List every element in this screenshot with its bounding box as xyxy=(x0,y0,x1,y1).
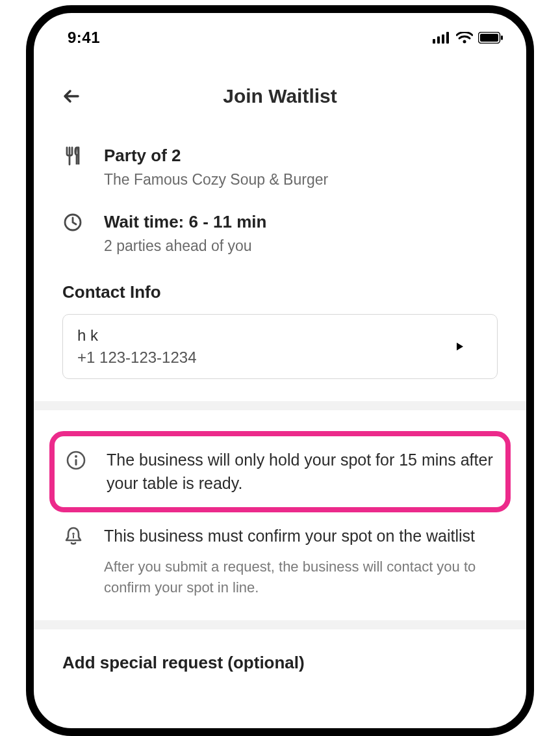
svg-point-4 xyxy=(463,40,466,44)
svg-rect-7 xyxy=(501,36,503,40)
svg-point-10 xyxy=(75,455,77,458)
parties-ahead-label: 2 parties ahead of you xyxy=(104,237,266,255)
highlighted-notice: The business will only hold your spot fo… xyxy=(49,431,511,512)
status-bar: 9:41 xyxy=(34,13,526,51)
hold-spot-notice: The business will only hold your spot fo… xyxy=(65,448,495,495)
clock-icon xyxy=(62,212,83,233)
wifi-icon xyxy=(456,32,473,44)
confirm-notice-sub: After you submit a request, the business… xyxy=(104,557,498,598)
party-size-label: Party of 2 xyxy=(104,146,328,166)
caret-right-icon xyxy=(457,343,463,350)
special-request-heading: Add special request (optional) xyxy=(34,653,526,673)
bell-icon xyxy=(62,525,84,547)
back-button[interactable] xyxy=(58,83,84,109)
svg-rect-0 xyxy=(433,39,435,44)
restaurant-icon xyxy=(62,146,83,166)
svg-rect-1 xyxy=(437,36,440,44)
svg-rect-3 xyxy=(446,32,449,44)
notice-section: The business will only hold your spot fo… xyxy=(34,410,526,598)
contact-phone: +1 123-123-1234 xyxy=(77,348,197,367)
svg-point-12 xyxy=(72,532,75,535)
svg-rect-13 xyxy=(73,535,74,538)
info-icon xyxy=(65,449,87,471)
section-divider xyxy=(34,401,526,410)
contact-info-heading: Contact Info xyxy=(62,282,498,302)
hold-spot-text: The business will only hold your spot fo… xyxy=(107,448,495,495)
confirm-notice-title: This business must confirm your spot on … xyxy=(104,524,498,547)
contact-name: h k xyxy=(77,326,197,345)
battery-icon xyxy=(478,32,503,44)
party-row: Party of 2 The Famous Cozy Soup & Burger xyxy=(62,146,498,189)
page-header: Join Waitlist xyxy=(34,70,526,122)
restaurant-name: The Famous Cozy Soup & Burger xyxy=(104,171,328,189)
svg-rect-11 xyxy=(75,459,77,466)
confirm-notice: This business must confirm your spot on … xyxy=(62,524,498,598)
status-time: 9:41 xyxy=(68,29,100,47)
svg-rect-6 xyxy=(480,34,498,42)
status-icons xyxy=(433,32,503,44)
party-section: Party of 2 The Famous Cozy Soup & Burger… xyxy=(34,146,526,379)
contact-card[interactable]: h k +1 123-123-1234 xyxy=(62,314,498,379)
wait-time-label: Wait time: 6 - 11 min xyxy=(104,212,266,232)
svg-rect-2 xyxy=(442,34,444,44)
section-divider-2 xyxy=(34,620,526,629)
cellular-icon xyxy=(433,32,451,44)
wait-time-row: Wait time: 6 - 11 min 2 parties ahead of… xyxy=(62,212,498,255)
page-title: Join Waitlist xyxy=(223,85,337,107)
arrow-left-icon xyxy=(61,86,82,107)
device-frame: 9:41 Join W xyxy=(26,5,534,736)
